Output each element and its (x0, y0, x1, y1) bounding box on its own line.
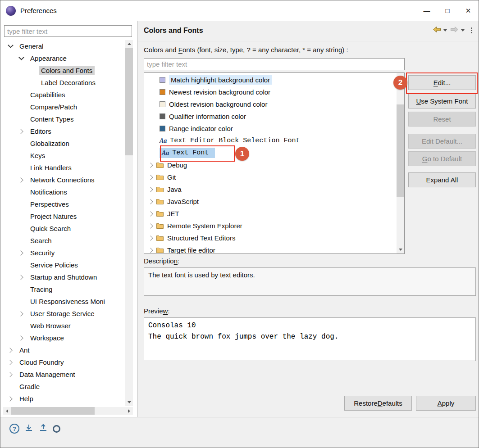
scroll-down-icon[interactable] (125, 398, 133, 406)
tree-item-general[interactable]: General (1, 40, 125, 52)
scroll-down-icon[interactable] (397, 246, 404, 253)
category-row-remote-system-explorer[interactable]: Remote System Explorer (144, 220, 404, 232)
tree-item-quick-search[interactable]: Quick Search (1, 222, 125, 235)
tree-item-globalization[interactable]: Globalization (1, 137, 125, 149)
collapse-chevron-icon[interactable] (18, 308, 28, 320)
category-row-git[interactable]: Git (144, 171, 404, 183)
category-row-jet[interactable]: JET (144, 208, 404, 220)
preference-recorder-icon[interactable] (53, 425, 60, 433)
collapse-chevron-icon[interactable] (148, 244, 156, 254)
scroll-right-icon[interactable] (125, 407, 133, 415)
color-item-row[interactable]: Newest revision background color (144, 86, 404, 98)
tree-item-keys[interactable]: Keys (1, 149, 125, 162)
category-row-target-file-editor[interactable]: Target file editor (144, 244, 404, 254)
tree-item-project-natures[interactable]: Project Natures (1, 210, 125, 222)
preview-box: Consolas 10 The quick brown fox jumps ov… (144, 317, 476, 361)
restore-defaults-button[interactable]: Restore Defaults (344, 396, 412, 411)
collapse-chevron-icon[interactable] (148, 171, 156, 183)
tree-item-ui-responsiveness[interactable]: UI Responsiveness Moni (1, 295, 125, 308)
sidebar-horizontal-scrollbar[interactable] (3, 407, 133, 415)
back-history-dropdown-icon[interactable] (443, 27, 448, 34)
list-vertical-scrollbar[interactable] (397, 73, 404, 253)
collapse-chevron-icon[interactable] (7, 368, 17, 380)
collapse-chevron-icon[interactable] (148, 183, 156, 195)
tree-item-ant[interactable]: Ant (1, 344, 125, 356)
tree-item-capabilities[interactable]: Capabilities (1, 89, 125, 101)
collapse-chevron-icon[interactable] (148, 208, 156, 220)
export-preferences-icon[interactable] (38, 424, 48, 432)
tree-item-data-management[interactable]: Data Management (1, 368, 125, 380)
colors-and-fonts-list: Match highlight background color Newest … (144, 72, 405, 254)
tree-item-web-browser[interactable]: Web Browser (1, 320, 125, 332)
expand-all-button[interactable]: Expand All (408, 172, 476, 187)
reset-button[interactable]: Reset (408, 112, 476, 127)
collapse-chevron-icon[interactable] (7, 344, 17, 356)
apply-button[interactable]: Apply (416, 396, 476, 411)
import-preferences-icon[interactable] (24, 424, 34, 432)
color-item-row[interactable]: Qualifier information color (144, 110, 404, 122)
scrollbar-thumb[interactable] (397, 104, 404, 197)
color-item-row[interactable]: Range indicator color (144, 122, 404, 135)
tree-item-cloud-foundry[interactable]: Cloud Foundry (1, 356, 125, 368)
titlebar[interactable]: Preferences — □ ✕ (0, 0, 479, 21)
tree-item-search[interactable]: Search (1, 235, 125, 247)
tree-item-appearance[interactable]: Appearance (1, 52, 125, 64)
collapse-chevron-icon[interactable] (148, 159, 156, 171)
tree-item-service-policies[interactable]: Service Policies (1, 259, 125, 271)
tree-item-editors[interactable]: Editors (1, 125, 125, 137)
font-item-row[interactable]: AaText Editor Block Selection Font (144, 135, 404, 147)
collapse-chevron-icon[interactable] (18, 247, 28, 259)
tree-item-startup-and-shutdown[interactable]: Startup and Shutdown (1, 271, 125, 283)
scrollbar-thumb[interactable] (125, 48, 133, 155)
tree-item-perspectives[interactable]: Perspectives (1, 198, 125, 210)
category-row-java[interactable]: Java (144, 183, 404, 195)
forward-history-dropdown-icon[interactable] (461, 27, 465, 34)
collapse-chevron-icon[interactable] (7, 356, 17, 368)
sidebar-vertical-scrollbar[interactable] (125, 40, 133, 406)
expand-chevron-icon[interactable] (7, 40, 17, 52)
tree-item-workspace[interactable]: Workspace (1, 332, 125, 344)
fonts-filter-input[interactable] (144, 58, 405, 70)
maximize-button[interactable]: □ (437, 0, 458, 21)
help-icon[interactable]: ? (9, 424, 19, 434)
sidebar-filter-input[interactable] (4, 25, 132, 37)
expand-chevron-icon[interactable] (18, 52, 28, 64)
tree-item-help[interactable]: Help (1, 393, 125, 405)
collapse-chevron-icon[interactable] (148, 220, 156, 232)
scroll-up-icon[interactable] (125, 40, 133, 48)
category-row-structured-text-editors[interactable]: Structured Text Editors (144, 232, 404, 244)
collapse-chevron-icon[interactable] (148, 232, 156, 244)
tree-item-network-connections[interactable]: Network Connections (1, 174, 125, 186)
indent-spacer (18, 210, 28, 222)
edit-default-button[interactable]: Edit Default... (408, 134, 476, 149)
tree-item-tracing[interactable]: Tracing (1, 283, 125, 295)
tree-item-user-storage-service[interactable]: User Storage Service (1, 308, 125, 320)
collapse-chevron-icon[interactable] (18, 271, 28, 283)
minimize-button[interactable]: — (416, 0, 437, 21)
collapse-chevron-icon[interactable] (7, 393, 17, 405)
collapse-chevron-icon[interactable] (18, 125, 28, 137)
back-button[interactable] (433, 26, 441, 35)
tree-item-gradle[interactable]: Gradle (1, 380, 125, 393)
color-item-row[interactable]: Match highlight background color (144, 74, 404, 86)
scrollbar-thumb[interactable] (11, 407, 95, 415)
tree-item-label-decorations[interactable]: Label Decorations (1, 77, 125, 89)
scroll-left-icon[interactable] (3, 407, 11, 415)
color-swatch (160, 101, 165, 107)
view-menu-icon[interactable] (470, 27, 473, 34)
use-system-font-button[interactable]: Use System Font (408, 94, 476, 109)
collapse-chevron-icon[interactable] (18, 332, 28, 344)
tree-item-security[interactable]: Security (1, 247, 125, 259)
tree-item-notifications[interactable]: Notifications (1, 186, 125, 198)
go-to-default-button[interactable]: Go to Default (408, 151, 476, 166)
collapse-chevron-icon[interactable] (18, 174, 28, 186)
tree-item-content-types[interactable]: Content Types (1, 113, 125, 125)
category-row-javascript[interactable]: JavaScript (144, 195, 404, 208)
collapse-chevron-icon[interactable] (148, 195, 156, 208)
color-item-row[interactable]: Oldest revision background color (144, 98, 404, 110)
tree-item-link-handlers[interactable]: Link Handlers (1, 162, 125, 174)
close-button[interactable]: ✕ (458, 0, 479, 21)
forward-button[interactable] (450, 26, 459, 35)
tree-item-colors-and-fonts[interactable]: Colors and Fonts (1, 64, 125, 77)
tree-item-compare-patch[interactable]: Compare/Patch (1, 101, 125, 113)
